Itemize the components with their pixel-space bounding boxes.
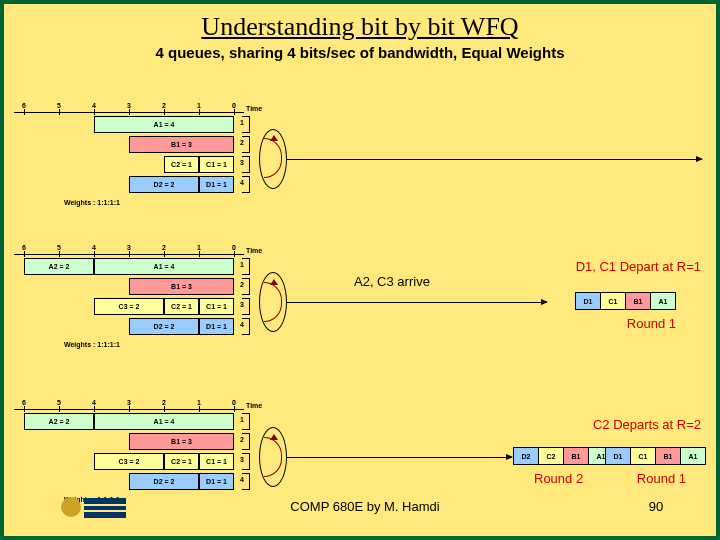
footer-text: COMP 680E by M. Hamdi: [134, 499, 596, 514]
output-line-3: [287, 457, 512, 458]
slide-subtitle: 4 queues, sharing 4 bits/sec of bandwidt…: [4, 44, 716, 61]
round1-label-b: Round 1: [637, 471, 686, 486]
axis-tick: 5: [57, 102, 61, 109]
svg-rect-1: [84, 498, 126, 504]
axis-tick: 0: [232, 399, 236, 406]
round2-label: Round 2: [534, 471, 583, 486]
depart-annotation-1: D1, C1 Depart at R=1: [576, 259, 701, 274]
axis-tick: 6: [22, 244, 26, 251]
queue-row: D1 = 1D2 = 24: [14, 318, 294, 337]
axis-tick: 1: [197, 102, 201, 109]
axis-tick: 3: [127, 244, 131, 251]
axis-tick: 2: [162, 102, 166, 109]
time-label-1: Time: [246, 105, 262, 112]
output-strip-r1b: D1C1B1A1: [606, 447, 706, 465]
packet-block: D1 = 1: [199, 473, 234, 490]
axis-tick: 4: [92, 102, 96, 109]
packet-block: C1 = 1: [199, 453, 234, 470]
depart-annotation-2: C2 Departs at R=2: [593, 417, 701, 432]
queue-number: 4: [240, 321, 244, 328]
packet-block: C2 = 1: [164, 298, 199, 315]
weights-label-2: Weights : 1:1:1:1: [64, 341, 294, 348]
packet-block: A1 = 4: [94, 413, 234, 430]
svg-rect-3: [84, 512, 126, 518]
output-bit: C2: [538, 447, 564, 465]
queue-row: B1 = 32: [14, 136, 294, 155]
page-number: 90: [596, 499, 716, 514]
packet-block: B1 = 3: [129, 136, 234, 153]
output-bit: D1: [575, 292, 601, 310]
time-label-3: Time: [246, 402, 262, 409]
axis-tick: 4: [92, 244, 96, 251]
axis-tick: 6: [22, 102, 26, 109]
queue-chart-1: 6543210 Time A1 = 41B1 = 32C1 = 1C2 = 13…: [14, 102, 294, 206]
axis-tick: 2: [162, 399, 166, 406]
queue-row: A1 = 4A2 = 21: [14, 258, 294, 277]
packet-block: A1 = 4: [94, 116, 234, 133]
output-bit: A1: [680, 447, 706, 465]
queue-chart-2: 6543210 Time A1 = 4A2 = 21B1 = 32C1 = 1C…: [14, 244, 294, 348]
axis-tick: 3: [127, 399, 131, 406]
packet-block: A2 = 2: [24, 413, 94, 430]
queue-number: 3: [240, 456, 244, 463]
queue-row: D1 = 1D2 = 24: [14, 176, 294, 195]
slide-footer: COMP 680E by M. Hamdi 90: [4, 489, 716, 524]
queue-number: 4: [240, 476, 244, 483]
axis-tick: 3: [127, 102, 131, 109]
output-bit: B1: [563, 447, 589, 465]
packet-block: C2 = 1: [164, 156, 199, 173]
axis-tick: 5: [57, 399, 61, 406]
packet-block: D2 = 2: [129, 176, 199, 193]
hkust-logo-icon: [54, 489, 134, 524]
queue-row: C1 = 1C2 = 13: [14, 156, 294, 175]
packet-block: C1 = 1: [199, 156, 234, 173]
weights-label-1: Weights : 1:1:1:1: [64, 199, 294, 206]
axis-tick: 2: [162, 244, 166, 251]
svg-point-0: [61, 497, 81, 517]
packet-block: B1 = 3: [129, 278, 234, 295]
time-axis-3: 6543210: [14, 399, 244, 411]
packet-block: A2 = 2: [24, 258, 94, 275]
queue-number: 2: [240, 436, 244, 443]
queue-number: 1: [240, 119, 244, 126]
output-bit: C1: [600, 292, 626, 310]
queue-row: B1 = 32: [14, 278, 294, 297]
axis-tick: 1: [197, 244, 201, 251]
packet-block: D2 = 2: [129, 473, 199, 490]
queue-number: 3: [240, 301, 244, 308]
time-axis-2: 6543210: [14, 244, 244, 256]
packet-block: C1 = 1: [199, 298, 234, 315]
output-line-2: [287, 302, 547, 303]
output-line-1: [287, 159, 702, 160]
queue-number: 1: [240, 261, 244, 268]
output-strip-r1: D1C1B1A1: [576, 292, 676, 310]
output-bit: D1: [605, 447, 631, 465]
output-bit: B1: [655, 447, 681, 465]
time-axis-1: 6543210: [14, 102, 244, 114]
packet-block: C3 = 2: [94, 298, 164, 315]
axis-tick: 4: [92, 399, 96, 406]
queue-number: 2: [240, 281, 244, 288]
axis-tick: 0: [232, 102, 236, 109]
queue-row: B1 = 32: [14, 433, 294, 452]
packet-block: D1 = 1: [199, 318, 234, 335]
queue-row: C1 = 1C2 = 1C3 = 23: [14, 298, 294, 317]
arrive-annotation: A2, C3 arrive: [354, 274, 430, 289]
queue-number: 1: [240, 416, 244, 423]
slide-title: Understanding bit by bit WFQ: [4, 12, 716, 42]
packet-block: C3 = 2: [94, 453, 164, 470]
output-bit: C1: [630, 447, 656, 465]
packet-block: D2 = 2: [129, 318, 199, 335]
round1-label-a: Round 1: [627, 316, 676, 331]
axis-tick: 6: [22, 399, 26, 406]
axis-tick: 0: [232, 244, 236, 251]
queue-row: A1 = 41: [14, 116, 294, 135]
packet-block: C2 = 1: [164, 453, 199, 470]
queue-number: 2: [240, 139, 244, 146]
time-label-2: Time: [246, 247, 262, 254]
svg-rect-2: [84, 506, 126, 510]
queue-number: 3: [240, 159, 244, 166]
queue-number: 4: [240, 179, 244, 186]
axis-tick: 1: [197, 399, 201, 406]
axis-tick: 5: [57, 244, 61, 251]
